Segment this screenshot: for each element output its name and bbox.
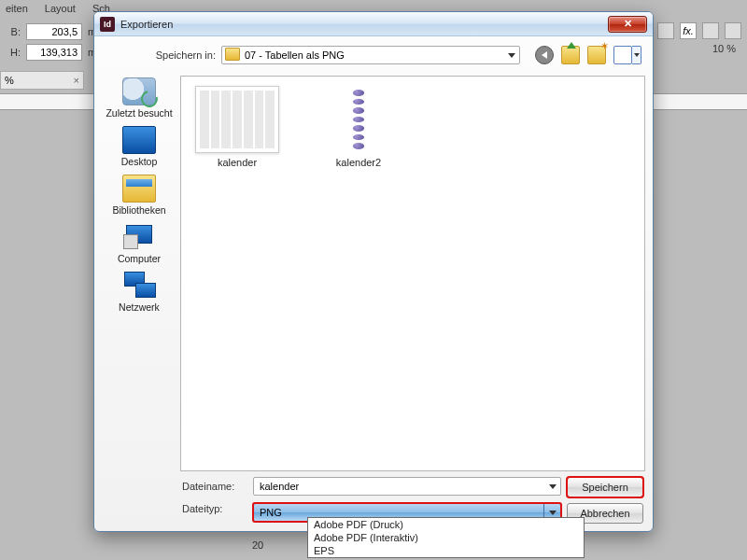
save-button[interactable]: Speichern xyxy=(567,477,643,497)
places-desktop[interactable]: Desktop xyxy=(103,126,176,167)
new-folder-button[interactable] xyxy=(587,46,606,64)
file-item-kalender[interactable]: kalender xyxy=(190,86,284,168)
savein-combo[interactable]: 07 - Tabellen als PNG xyxy=(221,46,520,64)
file-item-kalender2[interactable]: kalender2 xyxy=(312,86,405,168)
back-button[interactable] xyxy=(535,46,554,64)
dialog-title: Exportieren xyxy=(120,19,173,30)
places-libraries[interactable]: Bibliotheken xyxy=(103,175,176,216)
filetype-label: Dateityp: xyxy=(182,503,247,514)
file-thumbnail xyxy=(317,86,401,153)
places-recent[interactable]: Zuletzt besucht xyxy=(103,77,176,119)
dialog-titlebar[interactable]: Id Exportieren ✕ xyxy=(94,12,653,36)
bg-toolbar-icons: fx. xyxy=(657,22,741,39)
height-input[interactable]: 139,313 xyxy=(26,44,82,61)
chevron-down-icon xyxy=(508,53,515,58)
bg-right-pct: 10 % xyxy=(712,43,736,54)
folder-icon xyxy=(225,48,240,61)
close-button[interactable]: ✕ xyxy=(608,16,647,33)
file-list[interactable]: kalender kalender2 xyxy=(180,76,645,471)
filename-combo[interactable]: kalender xyxy=(253,477,561,496)
file-thumbnail xyxy=(195,86,279,153)
export-dialog: Id Exportieren ✕ Speichern in: 07 - Tabe… xyxy=(93,11,654,532)
indesign-icon: Id xyxy=(100,17,115,32)
savein-label: Speichern in: xyxy=(150,49,216,61)
filetype-dropdown-list[interactable]: Adobe PDF (Druck) Adobe PDF (Interaktiv)… xyxy=(307,517,585,558)
width-input[interactable]: 203,5 xyxy=(26,23,82,40)
filename-label: Dateiname: xyxy=(182,481,247,492)
places-computer[interactable]: Computer xyxy=(103,223,176,264)
places-bar: Zuletzt besucht Desktop Bibliotheken Com… xyxy=(102,76,176,471)
zoom-tab[interactable]: %× xyxy=(0,71,84,90)
filetype-option[interactable]: Adobe PDF (Druck) xyxy=(308,518,584,531)
places-network[interactable]: Netzwerk xyxy=(103,272,176,313)
chevron-down-icon xyxy=(549,484,557,489)
filetype-option[interactable]: EPS xyxy=(308,544,584,557)
filetype-option[interactable]: Adobe PDF (Interaktiv) xyxy=(308,531,584,544)
up-one-level-button[interactable] xyxy=(561,46,580,64)
chevron-down-icon xyxy=(549,511,557,515)
view-menu-button[interactable] xyxy=(613,46,641,64)
